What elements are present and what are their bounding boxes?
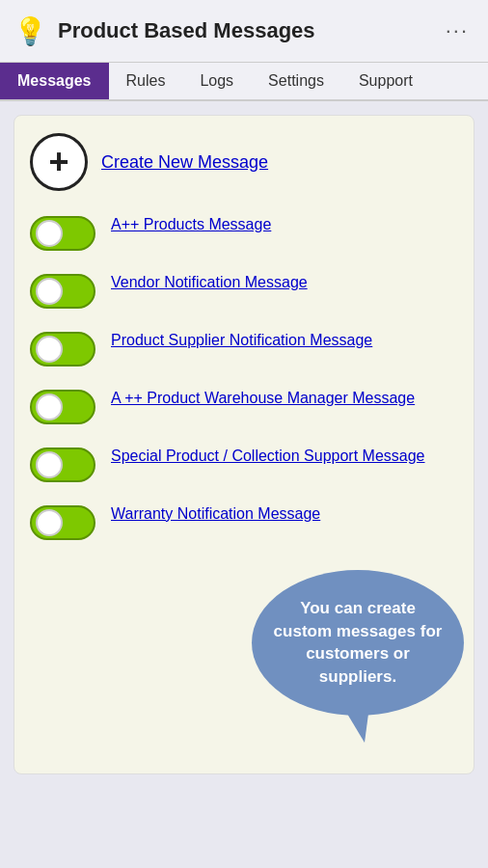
toggle-track-1 bbox=[30, 216, 95, 251]
app-icon: 💡 bbox=[12, 13, 48, 49]
toggle-thumb-3 bbox=[36, 336, 63, 363]
toggle-track-2 bbox=[30, 274, 95, 309]
nav-tabs: Messages Rules Logs Settings Support bbox=[0, 63, 488, 101]
toggle-4[interactable] bbox=[30, 390, 95, 424]
toggle-1[interactable] bbox=[30, 216, 95, 251]
message-name-4[interactable]: A ++ Product Warehouse Manager Message bbox=[111, 388, 415, 409]
toggle-track-6 bbox=[30, 505, 95, 540]
toggle-5[interactable] bbox=[30, 448, 95, 482]
message-item-6: Warranty Notification Message bbox=[30, 503, 458, 540]
app-title: Product Based Messages bbox=[58, 18, 438, 43]
toggle-3[interactable] bbox=[30, 332, 95, 366]
tooltip-bubble: You can create custom messages for custo… bbox=[252, 570, 464, 716]
tab-support[interactable]: Support bbox=[341, 63, 430, 99]
tab-logs[interactable]: Logs bbox=[182, 63, 251, 99]
more-options-icon[interactable]: ··· bbox=[438, 14, 476, 47]
toggle-thumb-5 bbox=[36, 451, 63, 478]
main-content: + Create New Message A++ Products Messag… bbox=[14, 115, 474, 774]
tab-rules[interactable]: Rules bbox=[109, 63, 183, 99]
message-item-4: A ++ Product Warehouse Manager Message bbox=[30, 388, 458, 424]
message-name-5[interactable]: Special Product / Collection Support Mes… bbox=[111, 446, 425, 467]
toggle-6[interactable] bbox=[30, 505, 95, 540]
toggle-thumb-6 bbox=[36, 509, 63, 536]
create-message-button[interactable]: + bbox=[30, 133, 88, 191]
toggle-thumb-4 bbox=[36, 393, 63, 420]
message-item-5: Special Product / Collection Support Mes… bbox=[30, 446, 458, 482]
message-item-3: Product Supplier Notification Message bbox=[30, 330, 458, 366]
message-name-1[interactable]: A++ Products Message bbox=[111, 214, 271, 235]
toggle-track-5 bbox=[30, 448, 95, 482]
toggle-track-4 bbox=[30, 390, 95, 424]
message-name-2[interactable]: Vendor Notification Message bbox=[111, 272, 308, 293]
toggle-track-3 bbox=[30, 332, 95, 366]
message-name-6[interactable]: Warranty Notification Message bbox=[111, 503, 320, 525]
tab-settings[interactable]: Settings bbox=[251, 63, 341, 99]
create-message-label[interactable]: Create New Message bbox=[101, 152, 268, 173]
tab-messages[interactable]: Messages bbox=[0, 63, 109, 99]
tooltip-text: You can create custom messages for custo… bbox=[273, 597, 443, 689]
create-message-row: + Create New Message bbox=[30, 133, 458, 191]
message-name-3[interactable]: Product Supplier Notification Message bbox=[111, 330, 372, 351]
message-item-1: A++ Products Message bbox=[30, 214, 458, 251]
toggle-thumb-2 bbox=[36, 278, 63, 305]
toggle-thumb-1 bbox=[36, 220, 63, 247]
message-item-2: Vendor Notification Message bbox=[30, 272, 458, 309]
app-header: 💡 Product Based Messages ··· bbox=[0, 0, 488, 63]
toggle-2[interactable] bbox=[30, 274, 95, 309]
